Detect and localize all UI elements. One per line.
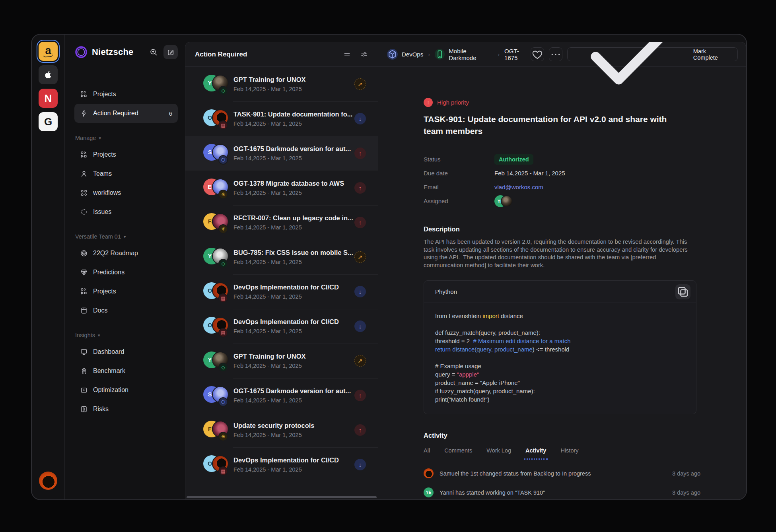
filter-sliders-icon[interactable] — [360, 50, 368, 58]
section-label-versatile-team-01[interactable]: Versatile Team 01▾ — [75, 233, 178, 240]
horizontal-scrollbar[interactable] — [187, 496, 377, 498]
sidebar-item-teams[interactable]: Teams — [74, 164, 178, 183]
favorite-button[interactable] — [531, 47, 544, 61]
task-row[interactable]: OL▤DevOps Implementation for CI/CDFeb 14… — [185, 447, 378, 482]
task-row[interactable]: OL▤DevOps Implementation for CI/CDFeb 14… — [185, 274, 378, 309]
sidebar-item-label: Projects — [93, 288, 116, 295]
sidebar-item-issues[interactable]: Issues — [74, 202, 178, 221]
sidebar-item-label: Projects — [93, 91, 116, 98]
brand-name: Nietzsche — [92, 47, 134, 57]
task-row-title: DevOps Implementation for CI/CD — [233, 318, 354, 326]
breadcrumb-item-ogt-1675[interactable]: OGT-1675 — [504, 48, 531, 61]
breadcrumb-item-devops[interactable]: DevOps — [387, 49, 423, 60]
description-text: The API has been updated to version 2.0,… — [424, 238, 696, 269]
tab-work-log[interactable]: Work Log — [486, 447, 511, 459]
sidebar-item-action-required[interactable]: Action Required6 — [74, 104, 178, 123]
app-icon-amazon[interactable]: a — [39, 42, 58, 61]
task-row[interactable]: FS✳Update security protocolsFeb 14,2025 … — [185, 413, 378, 447]
task-row[interactable]: SL⬡OGT-1675 Darkmode version for aut...F… — [185, 378, 378, 413]
avatar-group: ED✳ — [203, 177, 228, 199]
tab-comments[interactable]: Comments — [444, 447, 472, 459]
field-value: YE — [494, 195, 513, 207]
user-avatar[interactable] — [39, 472, 57, 490]
code-token: import — [482, 313, 499, 319]
sidebar-item-22q2-roadmap[interactable]: 22Q2 Roadmap — [74, 244, 178, 263]
task-row[interactable]: YE◇GPT Training for UNOXFeb 14,2025 - Ma… — [185, 67, 378, 101]
sidebar: Nietzsche ProjectsAction Required6Manage… — [65, 35, 185, 499]
task-row-date: Feb 14,2025 - Mar 1, 2025 — [233, 155, 354, 161]
tab-history[interactable]: History — [560, 447, 578, 459]
code-line: product_name = "Apple iPhone" — [435, 379, 685, 387]
sidebar-item-predictions[interactable]: Predictions — [74, 263, 178, 282]
task-row-date: Feb 14,2025 - Mar 1, 2025 — [233, 328, 354, 334]
task-row-text: GPT Training for UNOXFeb 14,2025 - Mar 1… — [233, 76, 354, 92]
sidebar-item-risks[interactable]: Risks — [74, 400, 178, 419]
task-row[interactable]: YE◇BUG-785: Fix CSS issue on mobile S...… — [185, 240, 378, 274]
priority-diag-arrow-icon: ↗ — [354, 355, 366, 367]
task-row[interactable]: YE◇GPT Training for UNOXFeb 14,2025 - Ma… — [185, 344, 378, 378]
task-detail-panel: DevOps›Mobile Darkmode›OGT-1675 Mark Com… — [378, 42, 746, 499]
avatar-group: YE◇ — [203, 246, 228, 268]
task-row-text: DevOps Implementation for CI/CDFeb 14,20… — [233, 318, 354, 334]
list-title: Action Required — [195, 50, 247, 58]
sidebar-item-benchmark[interactable]: Benchmark — [74, 361, 178, 381]
field-label: Status — [424, 156, 494, 163]
code-token: def fuzzy_match(query, product_name): — [435, 329, 540, 336]
task-row[interactable]: SL⬡OGT-1675 Darkmode version for aut...F… — [185, 136, 378, 171]
monitor-icon — [80, 348, 88, 356]
app-icon-netflix[interactable]: N — [39, 89, 58, 108]
sidebar-item-projects[interactable]: Projects — [74, 145, 178, 164]
mark-complete-button[interactable]: Mark Complete — [567, 47, 738, 61]
task-row[interactable]: ED✳OGT-1378 Migrate database to AWSFeb 1… — [185, 171, 378, 205]
task-row-date: Feb 14,2025 - Mar 1, 2025 — [233, 259, 354, 265]
sidebar-item-workflows[interactable]: workflows — [74, 183, 178, 202]
task-row-date: Feb 14,2025 - Mar 1, 2025 — [233, 86, 354, 92]
task-row[interactable]: OL▤TASK-901: Update documentation fo...F… — [185, 101, 378, 136]
breadcrumb-item-mobile-darkmode[interactable]: Mobile Darkmode — [435, 48, 493, 61]
activity-entry: YEYanni has started working on "TASK 910… — [424, 487, 700, 497]
google-letter: G — [44, 116, 52, 128]
avatar-group: SL⬡ — [203, 142, 228, 165]
app-icon-apple[interactable] — [39, 65, 58, 84]
tab-all[interactable]: All — [424, 447, 430, 459]
code-block: Phython from Levenshtein import distance… — [424, 280, 696, 414]
sidebar-item-badge: 6 — [169, 110, 172, 117]
scribble-badge-icon: ✳ — [218, 432, 228, 441]
code-token: threshold = 2 — [435, 338, 473, 344]
code-line: query = "appple" — [435, 370, 685, 379]
cube-badge-icon: ⬡ — [218, 155, 228, 165]
field-value[interactable]: vlad@workos.com — [494, 184, 543, 190]
search-icon[interactable] — [149, 48, 158, 56]
task-row-text: OGT-1675 Darkmode version for aut...Feb … — [233, 387, 354, 404]
sidebar-item-projects[interactable]: Projects — [74, 85, 178, 104]
sidebar-item-dashboard[interactable]: Dashboard — [74, 342, 178, 361]
amazon-letter: a — [45, 47, 51, 54]
section-label-manage[interactable]: Manage▾ — [75, 135, 178, 141]
sidebar-item-optimization[interactable]: Optimization — [74, 381, 178, 400]
scribble-badge-icon: ✳ — [218, 224, 228, 234]
copy-button[interactable] — [675, 284, 690, 299]
sidebar-item-projects[interactable]: Projects — [74, 282, 178, 301]
code-line: from Levenshtein import distance — [435, 312, 685, 320]
task-row-title: RFCTR-007: Clean up legacy code in... — [233, 214, 354, 222]
priority-down-arrow-icon: ↓ — [354, 113, 366, 124]
sidebar-item-label: Projects — [93, 151, 116, 158]
breadcrumb: DevOps›Mobile Darkmode›OGT-1675 — [387, 48, 531, 61]
more-button[interactable] — [549, 47, 562, 61]
phone-icon — [435, 49, 445, 60]
tab-activity[interactable]: Activity — [525, 447, 546, 459]
copy-icon — [675, 284, 690, 299]
task-row-text: OGT-1675 Darkmode version for aut...Feb … — [233, 145, 354, 161]
task-row[interactable]: FS✳RFCTR-007: Clean up legacy code in...… — [185, 205, 378, 240]
app-icon-google[interactable]: G — [39, 112, 58, 131]
bolt-icon — [80, 109, 88, 117]
compose-button[interactable] — [163, 45, 178, 59]
priority-down-arrow-icon: ↓ — [354, 320, 366, 332]
task-row[interactable]: OL▤DevOps Implementation for CI/CDFeb 14… — [185, 309, 378, 344]
email-link[interactable]: vlad@workos.com — [494, 184, 543, 190]
field-row-status: StatusAuthorized — [424, 152, 700, 166]
compose-icon — [167, 49, 175, 56]
sidebar-item-docs[interactable]: Docs — [74, 301, 178, 320]
section-label-insights[interactable]: Insights▾ — [75, 332, 178, 338]
sort-lines-icon[interactable] — [343, 50, 351, 58]
